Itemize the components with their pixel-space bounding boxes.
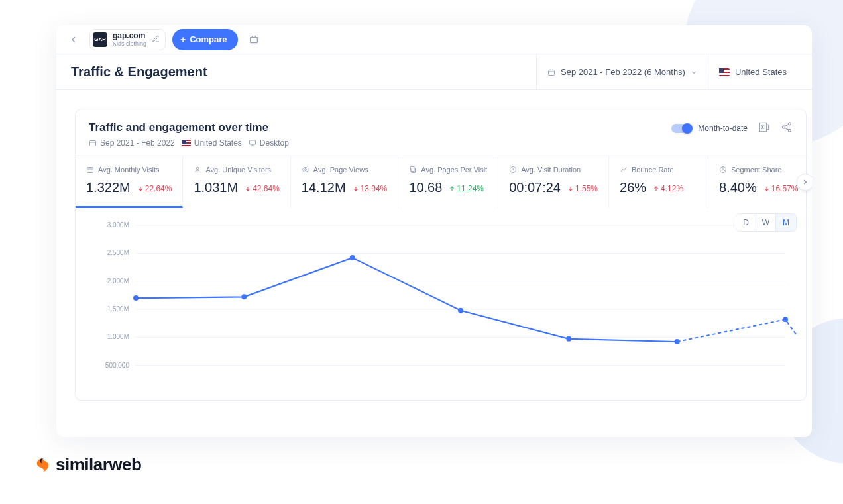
calendar-icon	[547, 68, 555, 76]
site-name: gap.com	[113, 32, 146, 40]
svg-point-28	[241, 294, 247, 299]
metric-delta: 4.12%	[653, 184, 683, 193]
metric-label-text: Avg. Page Views	[313, 166, 368, 174]
svg-text:3.000M: 3.000M	[107, 221, 129, 228]
card-subtitle: Sep 2021 - Feb 2022 United States Deskto…	[89, 138, 289, 148]
svg-rect-11	[411, 167, 415, 172]
eye-icon	[302, 166, 309, 174]
chart-area: DWM 3.000M2.500M2.000M1.500M1.000M500,00…	[76, 208, 806, 400]
svg-text:1.500M: 1.500M	[107, 305, 129, 313]
bounce-icon	[620, 166, 628, 174]
site-avatar: GAP	[93, 32, 107, 47]
metric-avg-monthly-visits[interactable]: Avg. Monthly Visits1.322M22.64%	[76, 156, 183, 208]
svg-text:2.500M: 2.500M	[107, 249, 129, 256]
compare-button[interactable]: + Compare	[172, 29, 238, 50]
desktop-icon	[249, 139, 256, 147]
granularity-d[interactable]: D	[736, 214, 756, 231]
date-range-label: Sep 2021 - Feb 2022 (6 Months)	[561, 67, 685, 77]
brand-mark-icon	[34, 457, 50, 473]
metric-delta: 42.64%	[245, 184, 280, 193]
metric-avg-pages-per-visit[interactable]: Avg. Pages Per Visit10.6811.24%	[398, 156, 498, 208]
line-chart[interactable]: 3.000M2.500M2.000M1.500M1.000M500,000	[85, 215, 797, 400]
svg-point-10	[304, 169, 306, 171]
app-frame: GAP gap.com Kids clothing + Compare Traf…	[56, 25, 812, 437]
metric-label-text: Avg. Unique Visitors	[205, 166, 271, 174]
svg-point-33	[783, 317, 788, 322]
svg-rect-3	[249, 140, 255, 144]
pages-icon	[409, 166, 417, 174]
card-sub-country: United States	[194, 138, 242, 148]
svg-rect-0	[250, 37, 257, 42]
flag-us-icon	[719, 68, 730, 76]
sub-header: Traffic & Engagement Sep 2021 - Feb 2022…	[56, 54, 812, 90]
metric-label-text: Avg. Pages Per Visit	[421, 166, 487, 174]
card-title: Traffic and engagement over time	[89, 121, 289, 134]
plus-icon: +	[180, 34, 186, 45]
calendar-icon	[89, 139, 97, 147]
date-range-filter[interactable]: Sep 2021 - Feb 2022 (6 Months)	[536, 54, 708, 89]
site-chip[interactable]: GAP gap.com Kids clothing	[89, 29, 166, 50]
metrics-row: Avg. Monthly Visits1.322M22.64%Avg. Uniq…	[76, 156, 806, 208]
card-sub-range: Sep 2021 - Feb 2022	[100, 138, 175, 148]
svg-text:2.000M: 2.000M	[107, 277, 129, 285]
calendar-icon	[86, 166, 94, 174]
svg-text:500,000: 500,000	[105, 362, 130, 369]
engagement-card: Traffic and engagement over time Sep 202…	[75, 109, 807, 401]
metric-delta: 1.55%	[567, 184, 598, 193]
brand-name: similarweb	[56, 454, 141, 475]
svg-text:1.000M: 1.000M	[107, 333, 129, 340]
user-icon	[194, 166, 201, 174]
segment-icon	[719, 166, 727, 174]
metric-label-text: Avg. Visit Duration	[521, 166, 581, 174]
metric-label-text: Bounce Rate	[632, 166, 674, 174]
site-category: Kids clothing	[113, 41, 146, 47]
metric-delta: 11.24%	[449, 184, 484, 193]
svg-rect-2	[90, 141, 96, 146]
compare-label: Compare	[190, 34, 227, 44]
metric-segment-share[interactable]: Segment Share8.40%16.57%	[708, 156, 809, 208]
svg-rect-8	[87, 168, 93, 173]
excel-export-icon[interactable]	[758, 121, 770, 136]
granularity-m[interactable]: M	[776, 214, 796, 231]
metric-delta: 13.94%	[353, 184, 388, 193]
page-title: Traffic & Engagement	[71, 64, 207, 79]
similarweb-logo: similarweb	[34, 454, 141, 475]
svg-point-32	[675, 339, 680, 344]
metric-value: 1.322M	[86, 180, 131, 195]
clock-icon	[509, 166, 517, 174]
country-label: United States	[735, 67, 787, 77]
svg-point-31	[566, 336, 571, 342]
back-button[interactable]	[64, 30, 83, 49]
metric-value: 8.40%	[719, 180, 757, 195]
metric-value: 1.031M	[194, 180, 238, 195]
svg-rect-4	[759, 123, 767, 132]
svg-rect-12	[412, 168, 416, 173]
metric-label-text: Segment Share	[731, 166, 781, 174]
svg-point-30	[458, 308, 463, 313]
metric-value: 14.12M	[302, 180, 346, 195]
country-filter[interactable]: United States	[708, 54, 797, 89]
share-icon[interactable]	[781, 121, 793, 136]
mtd-label: Month-to-date	[698, 124, 748, 133]
svg-rect-1	[549, 70, 555, 75]
metric-delta: 22.64%	[137, 184, 172, 193]
mtd-toggle[interactable]: Month-to-date	[671, 124, 748, 133]
metrics-scroll-right[interactable]	[797, 174, 812, 191]
metric-value: 00:07:24	[509, 180, 561, 195]
metric-bounce-rate[interactable]: Bounce Rate26%4.12%	[609, 156, 708, 208]
granularity-w[interactable]: W	[756, 214, 776, 231]
metric-avg-visit-duration[interactable]: Avg. Visit Duration00:07:241.55%	[498, 156, 609, 208]
svg-point-29	[350, 255, 355, 260]
metric-avg-unique-visitors[interactable]: Avg. Unique Visitors1.031M42.64%	[183, 156, 290, 208]
svg-point-9	[197, 167, 199, 170]
flag-us-icon	[182, 140, 191, 146]
granularity-switch: DWM	[736, 213, 797, 232]
metric-delta: 16.57%	[763, 184, 799, 193]
metric-value: 10.68	[409, 180, 442, 195]
chevron-down-icon	[691, 69, 697, 76]
edit-icon[interactable]	[152, 34, 160, 46]
metric-label-text: Avg. Monthly Visits	[98, 166, 160, 174]
export-bar-icon[interactable]	[245, 30, 263, 49]
metric-avg-page-views[interactable]: Avg. Page Views14.12M13.94%	[291, 156, 398, 208]
card-sub-device: Desktop	[260, 138, 289, 148]
